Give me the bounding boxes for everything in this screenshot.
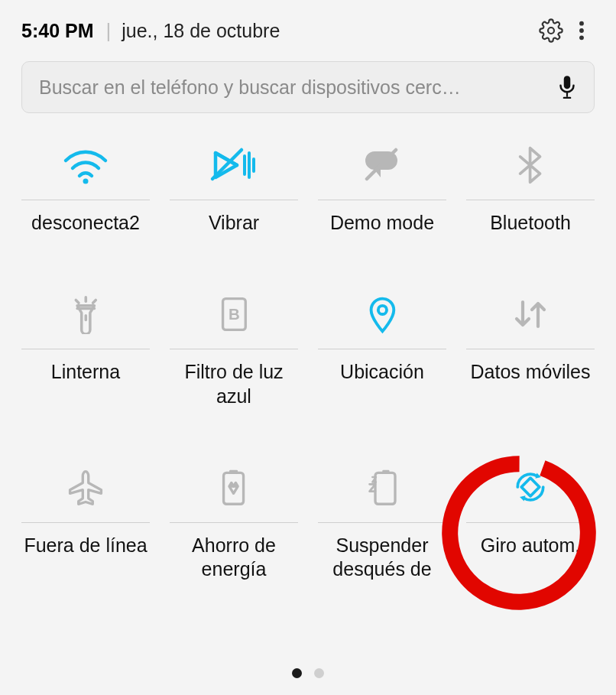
status-separator: | [105,19,111,43]
battery-save-icon [170,453,298,523]
suspend-icon [318,453,446,523]
page-dot-2[interactable] [314,668,324,678]
flashlight-icon [21,279,150,349]
bluetooth-icon [466,130,595,200]
svg-point-1 [579,21,584,26]
svg-rect-18 [229,470,238,474]
tile-wifi-label: desconecta2 [21,211,150,235]
svg-rect-17 [224,473,244,505]
svg-point-0 [548,28,554,34]
wifi-icon [21,130,150,200]
svg-point-16 [378,306,386,314]
tile-mobile-data-label: Datos móviles [466,360,595,384]
vibrate-icon [170,130,298,200]
svg-rect-4 [564,76,571,89]
gear-icon [539,18,563,43]
mobile-data-icon [466,279,595,349]
bluelight-icon: B [170,279,298,349]
tile-suspend[interactable]: Suspender desqués de [318,453,446,582]
tile-auto-rotate-label: Giro autom. [466,534,595,557]
pagination-dots[interactable] [0,668,616,678]
location-icon [318,279,446,349]
tile-wifi[interactable]: desconecta2 [21,130,150,235]
tile-airplane-label: Fuera de línea [21,534,150,557]
tile-vibrate-label: Vibrar [170,211,298,235]
more-vertical-icon [569,18,594,43]
auto-rotate-icon [466,453,595,523]
airplane-icon [21,453,150,523]
tile-flashlight-label: Linterna [21,360,150,384]
tile-demo-mode-label: Demo mode [318,211,446,235]
status-bar: 5:40 PM | jue., 18 de octubre [21,14,595,47]
demo-mode-icon [318,130,446,200]
status-time: 5:40 PM [21,20,93,42]
tile-suspend-label: Suspender desqués de [318,534,446,582]
status-date: jue., 18 de octubre [122,20,533,42]
tile-bluetooth[interactable]: Bluetooth [466,130,595,235]
svg-rect-19 [375,473,395,505]
tile-airplane-mode[interactable]: Fuera de línea [21,453,150,582]
svg-line-14 [92,300,96,303]
tile-power-saving[interactable]: Ahorro de energía [170,453,298,582]
tile-mobile-data[interactable]: Datos móviles [466,279,595,408]
settings-button[interactable] [533,13,569,48]
tile-vibrate[interactable]: Vibrar [170,130,298,235]
svg-line-13 [76,300,79,303]
microphone-icon[interactable] [557,74,577,100]
tile-location[interactable]: Ubica­ción [318,279,446,408]
tile-bluelight-label: Filtro de luz azul [170,360,298,408]
tile-bluelight-filter[interactable]: B Filtro de luz azul [170,279,298,408]
search-bar[interactable]: Buscar en el teléfono y buscar dispositi… [21,61,595,113]
svg-rect-21 [521,478,540,496]
tile-demo-mode[interactable]: Demo mode [318,130,446,235]
svg-point-2 [579,28,584,33]
svg-rect-6 [563,97,572,99]
more-button[interactable] [569,13,595,48]
svg-point-3 [579,35,584,40]
quick-settings-grid: desconecta2 Vibrar Demo mode [21,130,595,581]
tile-flashlight[interactable]: Linterna [21,279,150,408]
page-dot-1[interactable] [292,668,302,678]
svg-rect-5 [566,92,568,96]
tile-location-label: Ubica­ción [318,360,446,384]
search-placeholder: Buscar en el teléfono y buscar dispositi… [39,76,548,99]
svg-rect-20 [382,470,389,474]
tile-auto-rotate[interactable]: Giro autom. [466,453,595,582]
tile-bluetooth-label: Bluetooth [466,211,595,235]
bluelight-letter: B [229,306,240,323]
svg-point-7 [83,178,89,183]
tile-power-saving-label: Ahorro de energía [170,534,298,582]
